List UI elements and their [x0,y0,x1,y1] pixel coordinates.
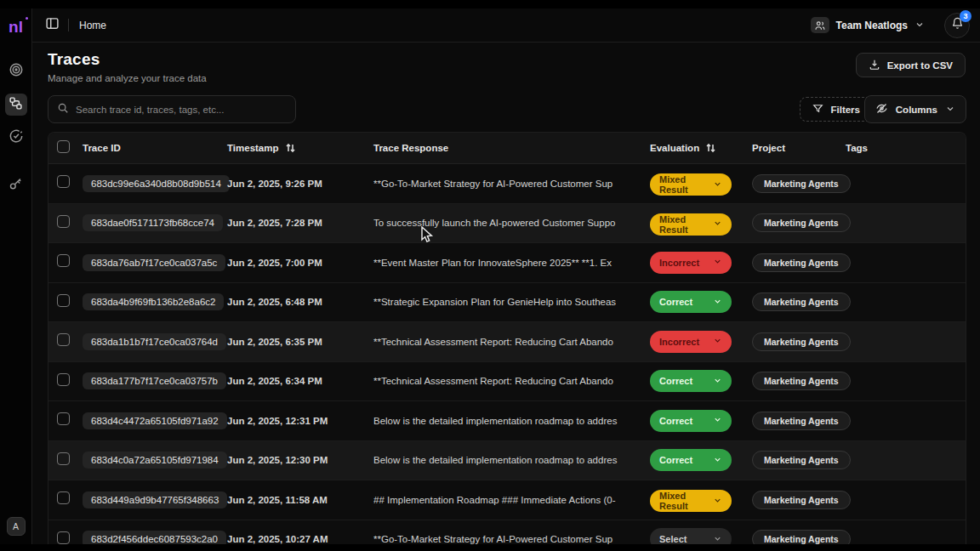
project-badge[interactable]: Marketing Agents [752,530,851,544]
chevron-down-icon [713,534,722,544]
trace-response-cell: To successfully launch the AI-powered Cu… [373,218,650,228]
eye-off-icon [875,102,888,116]
project-badge[interactable]: Marketing Agents [752,253,851,272]
project-badge[interactable]: Marketing Agents [752,174,851,193]
evaluation-badge[interactable]: Select [650,528,732,544]
table-row[interactable]: 683dc99e6a340d8b08d9b514 Jun 2, 2025, 9:… [48,164,966,204]
row-checkbox[interactable] [57,531,70,544]
sidebar-item-evaluations[interactable] [5,127,27,149]
timestamp-cell: Jun 2, 2025, 9:26 PM [227,179,373,189]
table-row[interactable]: 683da177b7f17ce0ca03757b Jun 2, 2025, 6:… [48,362,966,402]
chevron-down-icon [713,219,722,230]
filter-icon [812,103,823,116]
evaluations-icon [9,128,24,147]
select-all-checkbox[interactable] [57,140,70,153]
trace-id-pill[interactable]: 683da4b9f69fb136b2e8a6c2 [83,293,224,310]
project-badge[interactable]: Marketing Agents [752,293,851,311]
evaluation-badge[interactable]: Correct [650,291,732,313]
row-checkbox[interactable] [57,175,70,188]
page-title: Traces [48,50,100,69]
table-row[interactable]: 683d4c0a72a65105fd971984 Jun 2, 2025, 12… [48,441,966,481]
timestamp-cell: Jun 2, 2025, 11:58 AM [227,495,373,505]
trace-id-pill[interactable]: 683d449a9d9b47765f348663 [83,491,227,508]
trace-response-cell: **Go-To-Market Strategy for AI-Powered C… [373,179,650,189]
trace-id-pill[interactable]: 683d2f456ddec6087593c2a0 [83,531,226,544]
sort-icon[interactable] [285,143,296,153]
filters-button[interactable]: Filters [800,97,873,122]
chevron-down-icon [713,496,722,507]
timestamp-cell: Jun 2, 2025, 6:48 PM [227,297,373,307]
row-checkbox[interactable] [57,215,70,228]
search-input[interactable] [76,105,287,115]
chevron-down-icon [713,376,722,387]
page-subtitle: Manage and analyze your trace data [48,73,207,83]
table-row[interactable]: 683da76ab7f17ce0ca037a5c Jun 2, 2025, 7:… [48,243,966,283]
export-csv-button[interactable]: Export to CSV [856,53,966,77]
notifications-button[interactable]: 3 [944,13,970,38]
main-content: Traces Manage and analyze your trace dat… [32,43,980,544]
table-row[interactable]: 683d449a9d9b47765f348663 Jun 2, 2025, 11… [48,480,966,520]
evaluation-badge[interactable]: Incorrect [650,252,732,274]
row-checkbox[interactable] [57,294,70,307]
trace-id-pill[interactable]: 683d4c4472a65105fd971a92 [83,412,227,429]
project-badge[interactable]: Marketing Agents [752,491,851,509]
table-row[interactable]: 683d4c4472a65105fd971a92 Jun 2, 2025, 12… [48,401,966,441]
download-icon [869,59,880,72]
evaluation-badge[interactable]: Correct [650,410,732,432]
column-header-tags: Tags [846,143,957,153]
timestamp-cell: Jun 2, 2025, 6:35 PM [227,337,373,347]
chevron-down-icon [914,18,925,33]
project-badge[interactable]: Marketing Agents [752,412,851,430]
table-row[interactable]: 683d2f456ddec6087593c2a0 Jun 2, 2025, 10… [48,520,966,545]
timestamp-cell: Jun 2, 2025, 7:00 PM [227,258,373,268]
trace-response-cell: **Strategic Expansion Plan for GenieHelp… [373,297,650,307]
row-checkbox[interactable] [57,491,70,504]
sidebar-item-traces[interactable] [5,94,27,116]
evaluation-badge[interactable]: Mixed Result [650,490,732,512]
user-avatar[interactable]: A [7,517,26,536]
chevron-down-icon [713,455,722,466]
project-badge[interactable]: Marketing Agents [752,213,851,232]
table-row[interactable]: 683da4b9f69fb136b2e8a6c2 Jun 2, 2025, 6:… [48,283,966,323]
project-badge[interactable]: Marketing Agents [752,332,851,351]
sort-icon[interactable] [705,143,716,153]
sidebar-item-api-keys[interactable] [5,174,27,196]
timestamp-cell: Jun 2, 2025, 10:27 AM [227,534,373,544]
evaluation-badge[interactable]: Incorrect [650,331,732,353]
trace-id-pill[interactable]: 683d4c0a72a65105fd971984 [83,452,227,469]
evaluation-badge[interactable]: Mixed Result [650,173,732,196]
trace-id-pill[interactable]: 683dae0f5171173fb68cce74 [83,214,223,231]
notification-badge: 3 [960,10,971,22]
trace-id-pill[interactable]: 683da177b7f17ce0ca03757b [83,372,226,389]
row-checkbox[interactable] [57,452,70,465]
trace-id-pill[interactable]: 683dc99e6a340d8b08d9b514 [83,175,230,192]
trace-response-cell: **Technical Assessment Report: Reducing … [373,337,650,347]
key-icon [9,177,23,195]
team-selector[interactable]: Team Neatlogs [811,17,925,33]
chevron-down-icon [713,336,722,347]
table-row[interactable]: 683dae0f5171173fb68cce74 Jun 2, 2025, 7:… [48,204,966,244]
trace-id-pill[interactable]: 683da76ab7f17ce0ca037a5c [83,254,225,271]
evaluation-badge[interactable]: Correct [650,449,732,471]
sidebar-toggle-button[interactable] [43,16,61,35]
row-checkbox[interactable] [57,254,70,267]
evaluation-badge[interactable]: Mixed Result [650,213,732,236]
table-row[interactable]: 683da1b1b7f17ce0ca03764d Jun 2, 2025, 6:… [48,322,966,362]
trace-response-cell: **Go-To-Market Strategy for AI-Powered C… [373,534,650,544]
evaluation-badge[interactable]: Correct [650,370,732,392]
chevron-down-icon [713,179,722,190]
neatlogs-logo[interactable]: nl [9,19,23,35]
breadcrumb[interactable]: Home [79,20,106,31]
row-checkbox[interactable] [57,373,70,386]
chevron-down-icon [713,415,722,426]
project-badge[interactable]: Marketing Agents [752,372,851,390]
row-checkbox[interactable] [57,333,70,346]
chevron-down-icon [713,297,722,308]
column-header-timestamp: Timestamp [227,143,373,153]
project-badge[interactable]: Marketing Agents [752,451,851,469]
sidebar-item-target[interactable] [5,60,27,82]
topbar-divider [68,19,69,31]
row-checkbox[interactable] [57,412,70,425]
trace-id-pill[interactable]: 683da1b1b7f17ce0ca03764d [83,333,226,350]
columns-button[interactable]: Columns [864,95,966,123]
